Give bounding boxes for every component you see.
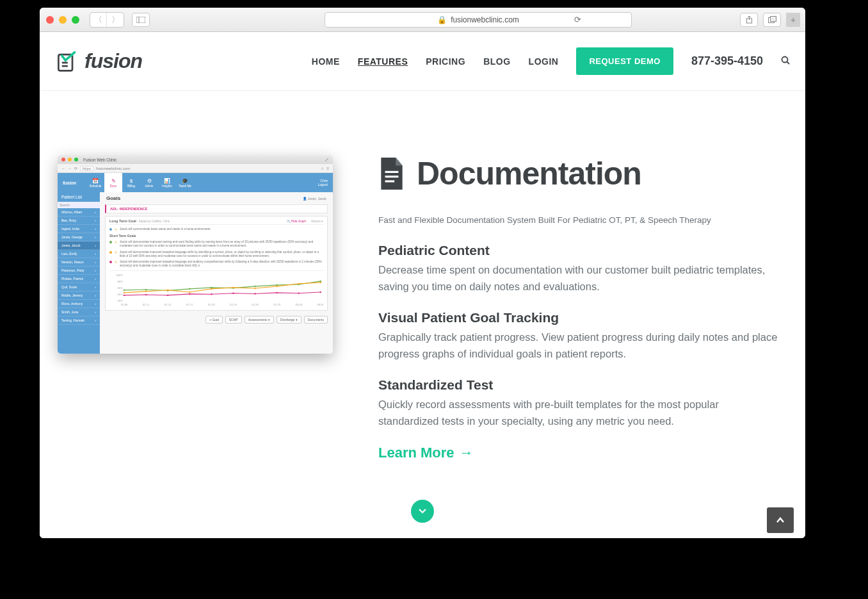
share-button[interactable]: [740, 13, 758, 27]
show-sidebar-button[interactable]: [132, 13, 150, 27]
ss-max-icon: [74, 158, 78, 161]
document-icon: [378, 158, 405, 190]
svg-rect-4: [770, 17, 776, 22]
doc-title-row: Documentation: [378, 155, 781, 192]
ss-tab-admin: ⚙Admin: [140, 173, 158, 192]
svg-point-41: [254, 288, 256, 289]
svg-point-43: [298, 283, 300, 284]
back-button[interactable]: 〈: [90, 13, 107, 27]
svg-point-38: [189, 291, 191, 293]
ss-dot-green-icon: [109, 241, 112, 243]
svg-rect-56: [385, 176, 399, 177]
phone-number[interactable]: 877-395-4150: [691, 54, 763, 68]
svg-rect-0: [136, 17, 145, 23]
pencil-icon: ✎: [115, 240, 117, 248]
ss-goals-box: Long Term Goal Added by Carillac, Chris …: [105, 216, 328, 311]
ss-patient-row: Smith, June›: [58, 308, 100, 316]
maximize-window-button[interactable]: [72, 16, 79, 24]
ss-goal-3: ✎ Jacob will demonstrate improved recept…: [109, 259, 323, 269]
forward-button[interactable]: 〉: [107, 13, 124, 27]
new-tab-button[interactable]: +: [786, 13, 800, 27]
ss-actions-dd: Actions ▾: [311, 220, 323, 223]
ss-titlebar: Fusion Web Clinic ⤢: [58, 155, 333, 164]
learn-more-link[interactable]: Learn More →: [378, 445, 474, 461]
address-text: fusionwebclinic.com: [451, 15, 519, 24]
ss-patient-row: Ingred, India›: [58, 225, 100, 233]
ss-logout: Logout: [318, 183, 328, 186]
svg-point-54: [319, 291, 321, 293]
svg-point-42: [276, 286, 278, 287]
ss-tab-teachme: 🎓Teach Me: [176, 173, 194, 192]
nav-features[interactable]: FEATURES: [358, 56, 408, 67]
ss-star-icon: ☆: [321, 166, 324, 170]
ss-main: Goals 👤 Jones, Jacob ADL: INDEPENDENCE L…: [100, 192, 333, 354]
svg-text:100%: 100%: [116, 274, 123, 277]
ss-close-icon: [61, 158, 65, 161]
nav-home[interactable]: HOME: [312, 56, 340, 67]
ss-dot-blue-icon: [109, 228, 112, 231]
svg-text:80%: 80%: [118, 280, 124, 283]
ss-page-title: Goals: [106, 195, 120, 201]
ss-main-head: Goals 👤 Jones, Jacob: [100, 192, 333, 204]
nav-blog[interactable]: BLOG: [483, 56, 510, 67]
feature-3-text: Quickly record assessments with pre-buil…: [378, 397, 781, 429]
ss-urlbar: ← → ⟳ https fusionwebclinic.com ☆ ≡: [58, 164, 333, 173]
ss-goal-2: ✎ Jacob will demonstrate improved recept…: [109, 249, 323, 259]
svg-text:20%: 20%: [118, 299, 124, 302]
svg-point-26: [145, 289, 147, 290]
ss-menu-icon: ≡: [326, 167, 329, 170]
address-bar[interactable]: 🔒 fusionwebclinic.com: [325, 12, 632, 28]
ss-back-icon: ←: [61, 167, 65, 170]
ss-fwd-icon: →: [68, 167, 72, 170]
nav-login[interactable]: LOGIN: [529, 56, 559, 67]
logo[interactable]: fusion: [55, 49, 142, 73]
nav-pricing[interactable]: PRICING: [426, 56, 465, 67]
request-demo-button[interactable]: REQUEST DEMO: [576, 47, 673, 75]
chevron-up-icon: [776, 517, 785, 523]
ss-expand-icon: ⤢: [325, 157, 329, 163]
search-icon[interactable]: [781, 56, 790, 67]
ss-tab-schedule: 📅Schedule: [86, 173, 104, 192]
ss-stg-label: Short Term Goals: [109, 233, 323, 239]
right-toolbar: +: [740, 13, 800, 27]
svg-point-36: [145, 291, 147, 292]
pencil-icon: ✎: [115, 227, 117, 231]
ss-dot-magenta-icon: [109, 261, 112, 263]
site-header: fusion HOME FEATURES PRICING BLOG LOGIN …: [40, 32, 805, 91]
ss-patient-row: Testing, Hannah›: [58, 316, 100, 325]
scroll-to-top-button[interactable]: [767, 507, 794, 533]
reload-button[interactable]: ⟳: [574, 15, 581, 24]
tabs-button[interactable]: [763, 13, 781, 27]
svg-point-35: [124, 292, 125, 293]
ss-patient-row: Lieu, Emily›: [58, 250, 100, 258]
ss-patient-row: Pickles, Patrick›: [58, 275, 100, 283]
ss-min-icon: [68, 158, 72, 161]
svg-point-45: [124, 295, 125, 296]
svg-text:02-29: 02-29: [273, 303, 280, 306]
svg-text:03-06: 03-06: [317, 303, 323, 306]
svg-text:60%: 60%: [118, 286, 124, 290]
ss-patient-row: Jones, Jacob›: [58, 242, 100, 250]
ss-https-badge: https: [80, 166, 93, 171]
ss-btn-soap: SOAP: [225, 316, 242, 324]
pencil-icon: ✎: [115, 260, 117, 268]
close-window-button[interactable]: [46, 16, 54, 24]
ss-btn-documents: Documents: [304, 316, 328, 324]
main-nav: HOME FEATURES PRICING BLOG LOGIN REQUEST…: [312, 47, 790, 75]
scroll-down-button[interactable]: [411, 500, 434, 523]
lock-icon: 🔒: [437, 15, 447, 24]
ss-window-title: Fusion Web Clinic: [83, 158, 117, 162]
svg-text:02-14: 02-14: [165, 303, 172, 306]
traffic-lights: [46, 16, 79, 24]
minimize-window-button[interactable]: [59, 16, 67, 24]
svg-rect-57: [385, 180, 395, 182]
svg-point-51: [254, 293, 256, 294]
ss-adl-label: ADL: INDEPENDENCE: [105, 204, 328, 213]
features-row: Fusion Web Clinic ⤢ ← → ⟳ https fusionwe…: [40, 91, 805, 461]
ss-tabs: 📅Schedule ✎Docs $Billing ⚙Admin 📊Insight…: [86, 173, 194, 192]
ss-btn-goal: + Goal: [205, 316, 223, 324]
arrow-right-icon: →: [460, 445, 474, 461]
feature-1-text: Decrease time spent on documentation wit…: [378, 262, 781, 295]
svg-point-50: [232, 293, 234, 294]
ss-url-text: fusionwebclinic.com: [96, 167, 130, 170]
